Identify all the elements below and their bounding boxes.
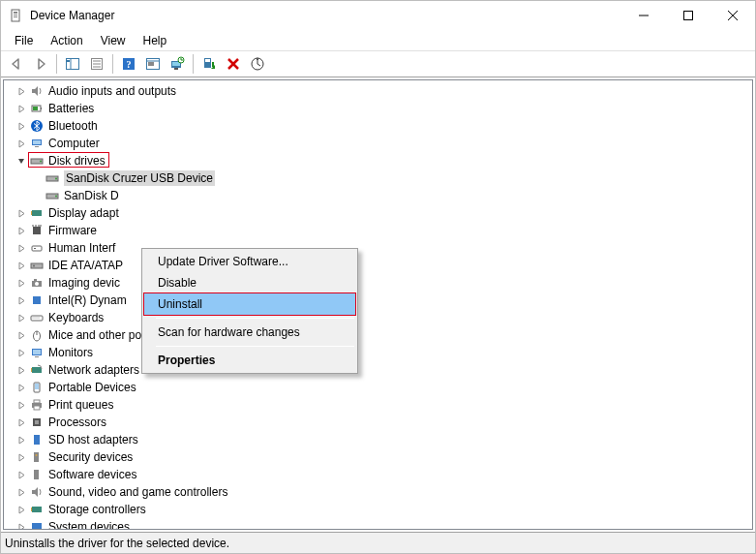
printer-icon: [29, 397, 45, 413]
expander-icon[interactable]: [14, 484, 29, 500]
tree-item-hid[interactable]: Human Interf: [4, 239, 752, 257]
expander-icon[interactable]: [14, 223, 29, 238]
speaker-icon: [29, 83, 45, 99]
tree-item-portable-devices[interactable]: Portable Devices: [4, 379, 752, 396]
tree-item-disk-drives[interactable]: Disk drives: [4, 152, 752, 169]
expander-icon[interactable]: [14, 467, 29, 482]
cm-update-driver[interactable]: Update Driver Software...: [144, 251, 355, 272]
statusbar-text: Uninstalls the driver for the selected d…: [5, 537, 229, 550]
tree-item-storage-controllers[interactable]: Storage controllers: [4, 501, 752, 518]
collapse-icon[interactable]: [14, 153, 29, 169]
tree-item-monitors[interactable]: Monitors: [4, 344, 752, 361]
svg-rect-82: [32, 523, 42, 529]
svg-rect-2: [14, 15, 17, 15]
tree-item-system-devices[interactable]: System devices: [4, 518, 752, 530]
tree-label: Intel(R) Dynam: [48, 293, 127, 307]
tree-item-sandisk-cruzer[interactable]: SanDisk Cruzer USB Device: [4, 169, 752, 187]
expander-icon[interactable]: [14, 83, 29, 99]
minimize-button[interactable]: [621, 1, 666, 30]
toolbar: ?: [1, 50, 755, 77]
window-title: Device Manager: [30, 9, 114, 22]
tree-item-audio[interactable]: Audio inputs and outputs: [4, 82, 752, 100]
maximize-button[interactable]: [666, 1, 711, 30]
expander-icon[interactable]: [14, 258, 29, 273]
expander-icon[interactable]: [14, 502, 29, 517]
tree-item-network-adapters[interactable]: Network adapters: [4, 361, 752, 379]
cm-divider: [156, 346, 354, 347]
tree-item-print-queues[interactable]: Print queues: [4, 396, 752, 414]
expander-icon[interactable]: [14, 345, 29, 360]
expander-icon[interactable]: [14, 432, 29, 447]
tree-item-ide-ata[interactable]: IDE ATA/ATAP: [4, 257, 752, 274]
tree-item-security[interactable]: Security devices: [4, 448, 752, 466]
tree-label: Print queues: [48, 398, 113, 412]
scan-hardware-button[interactable]: [246, 52, 269, 76]
expander-icon[interactable]: [14, 136, 29, 151]
toolbar-separator: [193, 54, 194, 74]
tree-item-keyboards[interactable]: Keyboards: [4, 309, 752, 326]
svg-rect-26: [212, 62, 214, 67]
cm-scan[interactable]: Scan for hardware changes: [144, 322, 355, 343]
cm-uninstall[interactable]: Uninstall: [143, 292, 356, 316]
tree-item-sd-host[interactable]: SD host adapters: [4, 431, 752, 448]
expander-icon[interactable]: [14, 275, 29, 291]
svg-point-62: [39, 318, 40, 319]
back-button[interactable]: [5, 52, 28, 76]
help-button[interactable]: ?: [117, 52, 140, 76]
show-hide-console-button[interactable]: [61, 52, 84, 76]
menu-action[interactable]: Action: [43, 32, 90, 49]
toolbar-separator: [56, 54, 57, 74]
tree-item-intel-dynamic[interactable]: Intel(R) Dynam: [4, 292, 752, 309]
expander-icon[interactable]: [14, 118, 29, 134]
tree-item-firmware[interactable]: Firmware: [4, 222, 752, 239]
close-button[interactable]: [711, 1, 755, 30]
tree-item-mice[interactable]: Mice and other pointing devices: [4, 326, 752, 344]
expander-icon[interactable]: [14, 380, 29, 395]
svg-rect-35: [33, 140, 41, 144]
tree-item-imaging[interactable]: Imaging devic: [4, 274, 752, 292]
menu-file[interactable]: File: [7, 32, 41, 49]
properties-button[interactable]: [85, 52, 108, 76]
expander-icon[interactable]: [14, 292, 29, 308]
expander-icon[interactable]: [14, 362, 29, 378]
expander-icon[interactable]: [14, 205, 29, 221]
expander-icon[interactable]: [14, 415, 29, 430]
tree-item-computer[interactable]: Computer: [4, 135, 752, 152]
uninstall-button[interactable]: [222, 52, 245, 76]
svg-rect-69: [31, 368, 32, 372]
svg-point-42: [55, 196, 57, 198]
forward-button[interactable]: [29, 52, 52, 76]
tree-label: Firmware: [48, 224, 97, 237]
titlebar: Device Manager: [1, 1, 755, 30]
menu-help[interactable]: Help: [136, 32, 175, 49]
tree-item-sound[interactable]: Sound, video and game controllers: [4, 483, 752, 501]
cm-properties[interactable]: Properties: [144, 350, 355, 371]
expander-icon[interactable]: [14, 397, 29, 413]
svg-point-61: [37, 318, 38, 319]
tree-label: Imaging devic: [48, 276, 120, 290]
svg-rect-44: [31, 211, 32, 215]
update-driver-button[interactable]: [166, 52, 189, 76]
tree-label: Sound, video and game controllers: [48, 485, 227, 499]
tree-item-processors[interactable]: Processors: [4, 414, 752, 431]
disk-drive-icon: [45, 170, 60, 186]
menu-view[interactable]: View: [93, 32, 134, 49]
expander-icon[interactable]: [14, 327, 29, 343]
tree-item-software[interactable]: Software devices: [4, 466, 752, 483]
tree-item-batteries[interactable]: Batteries: [4, 100, 752, 117]
tree-label: SD host adapters: [48, 433, 138, 446]
expander-icon[interactable]: [14, 240, 29, 256]
cm-disable[interactable]: Disable: [144, 272, 355, 293]
expander-icon[interactable]: [14, 519, 29, 530]
device-tree[interactable]: Audio inputs and outputs Batteries Bluet…: [3, 79, 753, 530]
expander-icon[interactable]: [14, 101, 29, 116]
tree-item-bluetooth[interactable]: Bluetooth: [4, 117, 752, 135]
expander-icon[interactable]: [14, 449, 29, 465]
disk-drive-icon: [29, 153, 45, 169]
cm-divider: [156, 318, 354, 319]
action-button[interactable]: [141, 52, 165, 76]
expander-icon[interactable]: [14, 310, 29, 325]
enable-button[interactable]: [197, 52, 221, 76]
tree-item-sandisk-2[interactable]: SanDisk D: [4, 187, 752, 204]
tree-item-display-adapters[interactable]: Display adapt: [4, 204, 752, 222]
